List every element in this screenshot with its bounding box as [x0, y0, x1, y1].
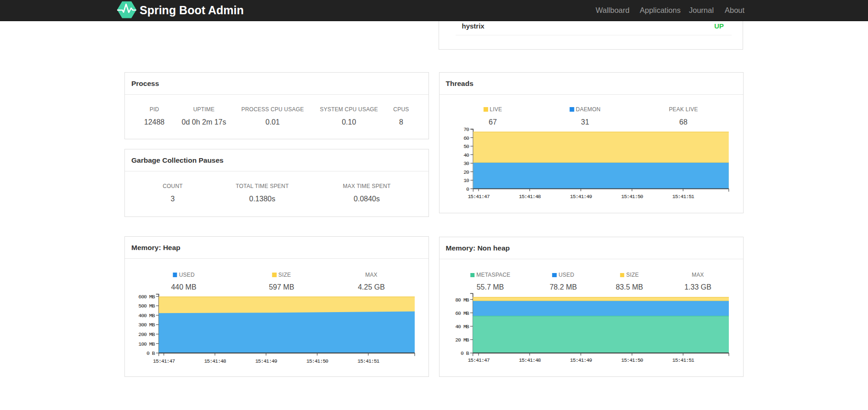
svg-text:50: 50 — [463, 143, 469, 149]
svg-text:300 MB: 300 MB — [138, 322, 155, 328]
svg-text:15:41:49: 15:41:49 — [255, 358, 277, 364]
svg-text:70: 70 — [463, 126, 469, 132]
svg-text:15:41:47: 15:41:47 — [468, 194, 489, 199]
svg-text:15:41:50: 15:41:50 — [621, 194, 643, 199]
svg-text:15:41:49: 15:41:49 — [570, 194, 592, 199]
svg-text:15:41:49: 15:41:49 — [570, 357, 592, 363]
svg-text:20 MB: 20 MB — [455, 337, 469, 343]
svg-text:15:41:47: 15:41:47 — [468, 357, 489, 363]
svg-text:80 MB: 80 MB — [455, 297, 469, 303]
svg-text:40 MB: 40 MB — [455, 324, 469, 330]
svg-text:15:41:50: 15:41:50 — [306, 358, 328, 364]
svg-text:30: 30 — [463, 160, 469, 166]
svg-text:0 B: 0 B — [147, 350, 155, 356]
svg-text:15:41:51: 15:41:51 — [672, 357, 694, 363]
svg-text:15:41:47: 15:41:47 — [153, 358, 175, 364]
svg-text:15:41:48: 15:41:48 — [204, 358, 226, 364]
svg-text:40: 40 — [463, 152, 469, 158]
svg-text:60: 60 — [463, 135, 469, 141]
svg-text:200 MB: 200 MB — [138, 331, 155, 337]
svg-text:60 MB: 60 MB — [455, 310, 469, 316]
svg-text:400 MB: 400 MB — [138, 313, 155, 319]
svg-text:0 B: 0 B — [461, 350, 469, 356]
svg-text:500 MB: 500 MB — [138, 303, 155, 309]
svg-text:15:41:51: 15:41:51 — [357, 358, 379, 364]
svg-text:0: 0 — [466, 186, 469, 192]
svg-text:15:41:50: 15:41:50 — [621, 357, 643, 363]
svg-text:15:41:48: 15:41:48 — [519, 357, 541, 363]
svg-text:20: 20 — [463, 169, 469, 175]
svg-text:600 MB: 600 MB — [138, 294, 155, 300]
svg-text:100 MB: 100 MB — [138, 341, 155, 347]
svg-text:15:41:51: 15:41:51 — [672, 194, 694, 199]
svg-text:15:41:48: 15:41:48 — [519, 194, 541, 199]
svg-text:10: 10 — [463, 177, 469, 183]
